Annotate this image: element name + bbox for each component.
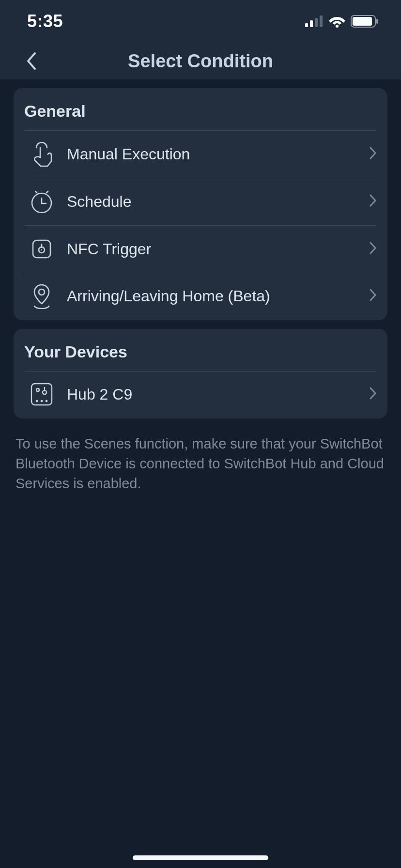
svg-rect-7 xyxy=(376,19,378,24)
svg-point-10 xyxy=(39,289,45,295)
row-label: NFC Trigger xyxy=(63,240,369,258)
chevron-right-icon xyxy=(369,387,377,402)
status-time: 5:35 xyxy=(27,11,63,31)
row-schedule[interactable]: Schedule xyxy=(14,178,387,225)
row-nfc-trigger[interactable]: NFC Trigger xyxy=(14,225,387,273)
svg-point-12 xyxy=(36,401,37,402)
row-device-hub2c9[interactable]: Hub 2 C9 xyxy=(14,371,387,418)
home-indicator xyxy=(133,855,268,860)
svg-rect-9 xyxy=(33,240,50,258)
row-label: Schedule xyxy=(63,193,369,211)
content: General Manual Execution xyxy=(0,79,401,494)
back-button[interactable] xyxy=(19,49,43,73)
svg-point-4 xyxy=(336,25,339,28)
row-label: Manual Execution xyxy=(63,145,369,163)
svg-rect-3 xyxy=(320,16,323,27)
svg-rect-6 xyxy=(353,17,372,26)
chevron-right-icon xyxy=(369,146,377,162)
location-pin-icon xyxy=(20,283,63,309)
nfc-icon xyxy=(20,238,63,260)
page-title: Select Condition xyxy=(0,51,401,72)
chevron-left-icon xyxy=(26,52,36,70)
row-arriving-leaving-home[interactable]: Arriving/Leaving Home (Beta) xyxy=(14,273,387,320)
hub-device-icon xyxy=(20,382,63,407)
status-indicators xyxy=(305,15,379,28)
tap-icon xyxy=(20,141,63,167)
row-manual-execution[interactable]: Manual Execution xyxy=(14,130,387,178)
svg-point-14 xyxy=(46,401,47,402)
svg-point-13 xyxy=(41,401,42,402)
battery-icon xyxy=(351,15,379,28)
cellular-icon xyxy=(305,16,324,27)
section-general: General Manual Execution xyxy=(14,88,387,320)
row-label: Hub 2 C9 xyxy=(63,386,369,403)
chevron-right-icon xyxy=(369,288,377,304)
svg-rect-0 xyxy=(305,23,308,27)
chevron-right-icon xyxy=(369,241,377,257)
wifi-icon xyxy=(328,15,346,28)
svg-rect-2 xyxy=(315,18,318,27)
svg-rect-1 xyxy=(310,20,313,27)
status-bar: 5:35 xyxy=(0,0,401,43)
row-label: Arriving/Leaving Home (Beta) xyxy=(63,287,369,305)
section-general-header: General xyxy=(14,88,387,130)
section-devices-header: Your Devices xyxy=(14,329,387,371)
footer-note: To use the Scenes function, make sure th… xyxy=(14,427,387,494)
nav-bar: Select Condition xyxy=(0,43,401,79)
section-devices: Your Devices Hub 2 C9 xyxy=(14,329,387,418)
chevron-right-icon xyxy=(369,194,377,209)
clock-icon xyxy=(20,189,63,214)
